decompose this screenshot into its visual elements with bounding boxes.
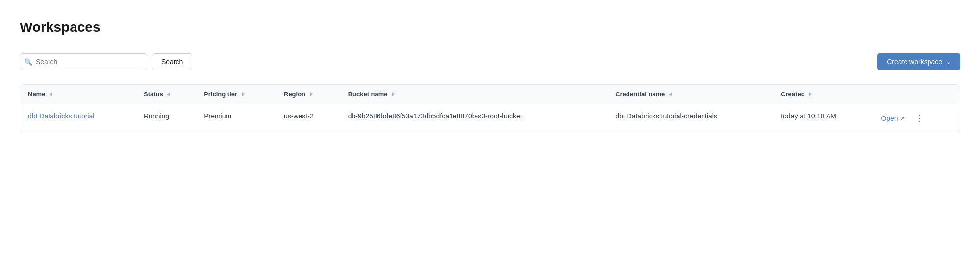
sort-icon-bucket: ⇵ [391,93,395,97]
cell-created: today at 10:18 AM [773,104,873,133]
page-container: Workspaces 🔍 Search Create workspace ⌄ N… [0,0,980,153]
cell-credential-name: dbt Databricks tutorial-credentials [607,104,773,133]
col-header-name[interactable]: Name ⇵ [20,85,136,104]
cell-pricing-tier: Premium [196,104,276,133]
col-header-pricing-tier[interactable]: Pricing tier ⇵ [196,85,276,104]
sort-icon-status: ⇵ [167,93,171,97]
sort-icon-credential: ⇵ [669,93,673,97]
cell-bucket-name: db-9b2586bde86f53a173db5dfca1e8870b-s3-r… [340,104,608,133]
create-workspace-button[interactable]: Create workspace ⌄ [877,53,960,70]
col-header-bucket-name[interactable]: Bucket name ⇵ [340,85,608,104]
chevron-down-icon: ⌄ [946,59,951,65]
toolbar: 🔍 Search Create workspace ⌄ [20,53,960,70]
cell-actions: Open ➚ ⋮ [873,104,960,133]
col-header-region[interactable]: Region ⇵ [276,85,340,104]
col-header-created[interactable]: Created ⇵ [773,85,873,104]
workspaces-table: Name ⇵ Status ⇵ Pricing tier ⇵ Region ⇵ [20,85,960,133]
sort-icon-created: ⇵ [808,93,812,97]
search-area: 🔍 Search [20,53,192,70]
page-title: Workspaces [20,20,960,35]
cell-region: us-west-2 [276,104,340,133]
col-header-status[interactable]: Status ⇵ [136,85,196,104]
search-icon: 🔍 [25,58,32,66]
row-actions: Open ➚ ⋮ [881,112,952,125]
workspace-name-link[interactable]: dbt Databricks tutorial [28,112,94,120]
open-workspace-link[interactable]: Open ➚ [881,115,904,122]
cell-name: dbt Databricks tutorial [20,104,136,133]
sort-icon-pricing: ⇵ [241,93,245,97]
open-label: Open [881,115,898,122]
sort-icon-region: ⇵ [309,93,313,97]
workspaces-table-container: Name ⇵ Status ⇵ Pricing tier ⇵ Region ⇵ [20,84,960,133]
search-input-wrapper: 🔍 [20,53,147,70]
more-actions-button[interactable]: ⋮ [912,112,927,125]
col-header-actions [873,85,960,104]
col-header-credential-name[interactable]: Credential name ⇵ [607,85,773,104]
create-workspace-label: Create workspace [887,58,942,66]
external-link-icon: ➚ [900,116,905,122]
search-input[interactable] [20,53,147,70]
sort-icon-name: ⇵ [49,93,53,97]
table-row: dbt Databricks tutorial Running Premium … [20,104,960,133]
search-button[interactable]: Search [152,53,192,70]
table-header-row: Name ⇵ Status ⇵ Pricing tier ⇵ Region ⇵ [20,85,960,104]
cell-status: Running [136,104,196,133]
